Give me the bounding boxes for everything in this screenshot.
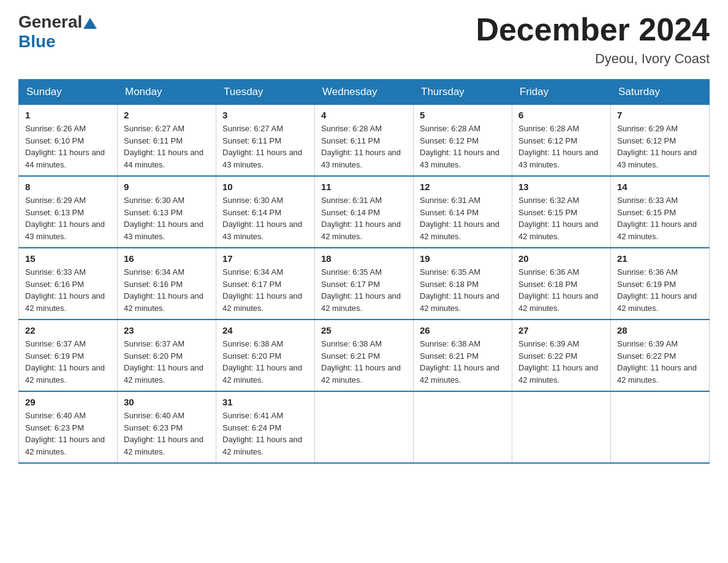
day-info: Sunrise: 6:33 AMSunset: 6:16 PMDaylight:…	[25, 266, 111, 314]
day-number: 4	[321, 110, 407, 120]
calendar-week-row: 29Sunrise: 6:40 AMSunset: 6:23 PMDayligh…	[19, 391, 710, 463]
day-info: Sunrise: 6:38 AMSunset: 6:21 PMDaylight:…	[321, 338, 407, 386]
calendar-day-cell	[611, 391, 710, 463]
calendar-day-cell: 11Sunrise: 6:31 AMSunset: 6:14 PMDayligh…	[315, 176, 414, 248]
calendar-day-cell: 21Sunrise: 6:36 AMSunset: 6:19 PMDayligh…	[611, 248, 710, 320]
day-number: 6	[518, 110, 604, 120]
day-number: 20	[518, 253, 604, 264]
calendar-day-cell: 17Sunrise: 6:34 AMSunset: 6:17 PMDayligh…	[216, 248, 315, 320]
day-number: 3	[222, 110, 308, 120]
day-number: 21	[617, 253, 703, 264]
calendar-subtitle: Dyeou, Ivory Coast	[476, 51, 710, 67]
day-info: Sunrise: 6:33 AMSunset: 6:15 PMDaylight:…	[617, 194, 703, 242]
day-info: Sunrise: 6:28 AMSunset: 6:12 PMDaylight:…	[420, 123, 506, 170]
day-number: 25	[321, 325, 407, 335]
svg-marker-0	[83, 18, 97, 29]
day-number: 31	[222, 397, 308, 407]
calendar-day-cell: 25Sunrise: 6:38 AMSunset: 6:21 PMDayligh…	[315, 320, 414, 391]
day-number: 28	[617, 325, 703, 335]
day-info: Sunrise: 6:31 AMSunset: 6:14 PMDaylight:…	[321, 194, 407, 242]
day-info: Sunrise: 6:28 AMSunset: 6:12 PMDaylight:…	[518, 123, 604, 170]
day-number: 13	[518, 182, 604, 192]
day-number: 7	[617, 110, 703, 120]
day-info: Sunrise: 6:27 AMSunset: 6:11 PMDaylight:…	[222, 123, 308, 170]
day-number: 26	[420, 325, 506, 335]
calendar-day-cell: 18Sunrise: 6:35 AMSunset: 6:17 PMDayligh…	[315, 248, 414, 320]
day-number: 10	[222, 182, 308, 192]
calendar-day-cell: 19Sunrise: 6:35 AMSunset: 6:18 PMDayligh…	[414, 248, 512, 320]
calendar-day-cell: 4Sunrise: 6:28 AMSunset: 6:11 PMDaylight…	[315, 105, 414, 177]
day-number: 29	[25, 397, 111, 407]
day-number: 5	[420, 110, 506, 120]
logo-general-text: General	[18, 12, 82, 32]
day-number: 18	[321, 253, 407, 264]
calendar-day-cell: 22Sunrise: 6:37 AMSunset: 6:19 PMDayligh…	[19, 320, 118, 391]
day-number: 9	[124, 182, 210, 192]
calendar-week-row: 8Sunrise: 6:29 AMSunset: 6:13 PMDaylight…	[19, 176, 710, 248]
calendar-day-cell: 30Sunrise: 6:40 AMSunset: 6:23 PMDayligh…	[118, 391, 216, 463]
calendar-day-cell	[414, 391, 512, 463]
day-info: Sunrise: 6:30 AMSunset: 6:13 PMDaylight:…	[124, 194, 210, 242]
day-info: Sunrise: 6:34 AMSunset: 6:17 PMDaylight:…	[222, 266, 308, 314]
day-number: 14	[617, 182, 703, 192]
day-number: 12	[420, 182, 506, 192]
day-number: 11	[321, 182, 407, 192]
calendar-day-cell	[512, 391, 611, 463]
calendar-week-row: 15Sunrise: 6:33 AMSunset: 6:16 PMDayligh…	[19, 248, 710, 320]
calendar-day-cell: 14Sunrise: 6:33 AMSunset: 6:15 PMDayligh…	[611, 176, 710, 248]
calendar-day-cell: 3Sunrise: 6:27 AMSunset: 6:11 PMDaylight…	[216, 105, 315, 177]
calendar-header-row: Sunday Monday Tuesday Wednesday Thursday…	[19, 80, 710, 105]
calendar-day-cell: 28Sunrise: 6:39 AMSunset: 6:22 PMDayligh…	[611, 320, 710, 391]
col-monday: Monday	[118, 80, 216, 105]
logo-triangle-icon	[83, 18, 97, 29]
calendar-day-cell: 8Sunrise: 6:29 AMSunset: 6:13 PMDaylight…	[19, 176, 118, 248]
calendar-day-cell: 24Sunrise: 6:38 AMSunset: 6:20 PMDayligh…	[216, 320, 315, 391]
day-number: 8	[25, 182, 111, 192]
day-info: Sunrise: 6:39 AMSunset: 6:22 PMDaylight:…	[518, 338, 604, 386]
calendar-day-cell: 20Sunrise: 6:36 AMSunset: 6:18 PMDayligh…	[512, 248, 611, 320]
day-number: 19	[420, 253, 506, 264]
day-info: Sunrise: 6:41 AMSunset: 6:24 PMDaylight:…	[222, 410, 308, 458]
title-area: December 2024 Dyeou, Ivory Coast	[476, 12, 710, 67]
calendar-day-cell: 5Sunrise: 6:28 AMSunset: 6:12 PMDaylight…	[414, 105, 512, 177]
day-info: Sunrise: 6:38 AMSunset: 6:21 PMDaylight:…	[420, 338, 506, 386]
calendar-day-cell: 27Sunrise: 6:39 AMSunset: 6:22 PMDayligh…	[512, 320, 611, 391]
calendar-day-cell: 16Sunrise: 6:34 AMSunset: 6:16 PMDayligh…	[118, 248, 216, 320]
day-info: Sunrise: 6:29 AMSunset: 6:12 PMDaylight:…	[617, 123, 703, 170]
calendar-title: December 2024	[476, 12, 710, 47]
calendar-table: Sunday Monday Tuesday Wednesday Thursday…	[18, 79, 710, 464]
col-saturday: Saturday	[611, 80, 710, 105]
calendar-day-cell: 10Sunrise: 6:30 AMSunset: 6:14 PMDayligh…	[216, 176, 315, 248]
day-number: 16	[124, 253, 210, 264]
day-number: 1	[25, 110, 111, 120]
day-number: 27	[518, 325, 604, 335]
col-friday: Friday	[512, 80, 611, 105]
calendar-day-cell: 31Sunrise: 6:41 AMSunset: 6:24 PMDayligh…	[216, 391, 315, 463]
calendar-week-row: 1Sunrise: 6:26 AMSunset: 6:10 PMDaylight…	[19, 105, 710, 177]
day-info: Sunrise: 6:35 AMSunset: 6:18 PMDaylight:…	[420, 266, 506, 314]
day-info: Sunrise: 6:40 AMSunset: 6:23 PMDaylight:…	[124, 410, 210, 458]
col-tuesday: Tuesday	[216, 80, 315, 105]
calendar-day-cell: 9Sunrise: 6:30 AMSunset: 6:13 PMDaylight…	[118, 176, 216, 248]
logo-blue-text: Blue	[18, 32, 56, 51]
day-number: 15	[25, 253, 111, 264]
day-number: 22	[25, 325, 111, 335]
day-info: Sunrise: 6:40 AMSunset: 6:23 PMDaylight:…	[25, 410, 111, 458]
header: General Blue December 2024 Dyeou, Ivory …	[18, 12, 710, 67]
day-info: Sunrise: 6:34 AMSunset: 6:16 PMDaylight:…	[124, 266, 210, 314]
calendar-day-cell: 6Sunrise: 6:28 AMSunset: 6:12 PMDaylight…	[512, 105, 611, 177]
day-info: Sunrise: 6:35 AMSunset: 6:17 PMDaylight:…	[321, 266, 407, 314]
day-number: 24	[222, 325, 308, 335]
day-info: Sunrise: 6:31 AMSunset: 6:14 PMDaylight:…	[420, 194, 506, 242]
day-info: Sunrise: 6:39 AMSunset: 6:22 PMDaylight:…	[617, 338, 703, 386]
day-info: Sunrise: 6:29 AMSunset: 6:13 PMDaylight:…	[25, 194, 111, 242]
calendar-day-cell: 7Sunrise: 6:29 AMSunset: 6:12 PMDaylight…	[611, 105, 710, 177]
day-info: Sunrise: 6:37 AMSunset: 6:20 PMDaylight:…	[124, 338, 210, 386]
day-number: 17	[222, 253, 308, 264]
day-number: 30	[124, 397, 210, 407]
day-info: Sunrise: 6:38 AMSunset: 6:20 PMDaylight:…	[222, 338, 308, 386]
calendar-day-cell: 23Sunrise: 6:37 AMSunset: 6:20 PMDayligh…	[118, 320, 216, 391]
calendar-day-cell: 13Sunrise: 6:32 AMSunset: 6:15 PMDayligh…	[512, 176, 611, 248]
day-info: Sunrise: 6:26 AMSunset: 6:10 PMDaylight:…	[25, 123, 111, 170]
calendar-day-cell: 15Sunrise: 6:33 AMSunset: 6:16 PMDayligh…	[19, 248, 118, 320]
